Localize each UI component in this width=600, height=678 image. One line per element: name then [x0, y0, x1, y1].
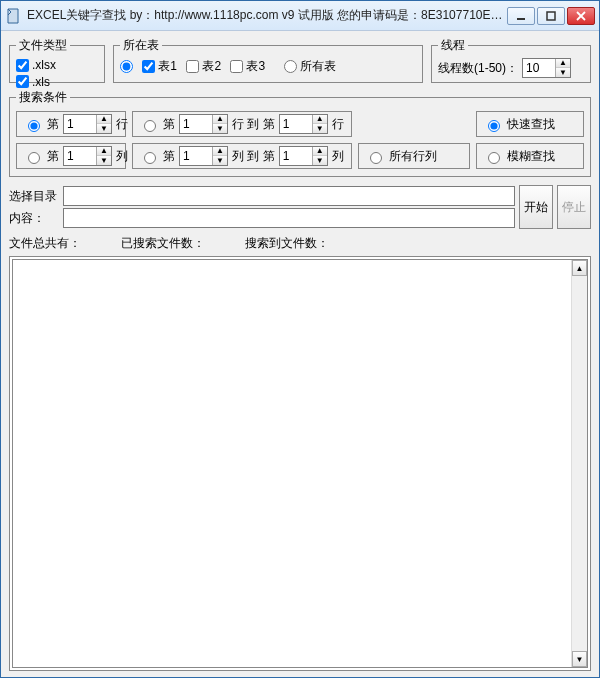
dir-input[interactable]: [63, 186, 515, 206]
client-area: 文件类型 .xlsx .xls 所在表 表1 表2 表3 所有表 线程 线程数(…: [1, 31, 599, 677]
table2-checkbox[interactable]: 表2: [186, 58, 221, 75]
window-title: EXCEL关键字查找 by：http://www.1118pc.com v9 试…: [27, 7, 507, 24]
table3-checkbox[interactable]: 表3: [230, 58, 265, 75]
scroll-down-button[interactable]: ▼: [572, 651, 587, 667]
xls-checkbox[interactable]: .xls: [16, 75, 50, 89]
row-range-radio[interactable]: [144, 120, 156, 132]
col-single-value[interactable]: [64, 147, 96, 165]
threads-down[interactable]: ▼: [556, 68, 570, 77]
col-range-to[interactable]: [280, 147, 312, 165]
stats-row: 文件总共有： 已搜索文件数： 搜索到文件数：: [9, 235, 591, 252]
xlsx-checkbox[interactable]: .xlsx: [16, 58, 56, 72]
select-dir-label: 选择目录: [9, 188, 63, 205]
tables-radio-all[interactable]: 所有表: [284, 58, 336, 75]
minimize-button[interactable]: [507, 7, 535, 25]
maximize-button[interactable]: [537, 7, 565, 25]
window-buttons: [507, 7, 595, 25]
threads-label: 线程数(1-50)：: [438, 60, 518, 77]
all-rows-cols-radio[interactable]: [370, 152, 382, 164]
searched-files-label: 已搜索文件数：: [121, 235, 205, 252]
fast-search-radio[interactable]: [488, 120, 500, 132]
found-files-label: 搜索到文件数：: [245, 235, 329, 252]
threads-legend: 线程: [438, 37, 468, 54]
threads-up[interactable]: ▲: [556, 59, 570, 68]
fast-search-cell[interactable]: 快速查找: [476, 111, 584, 137]
content-label: 内容：: [9, 210, 63, 227]
col-range-radio[interactable]: [144, 152, 156, 164]
titlebar: EXCEL关键字查找 by：http://www.1118pc.com v9 试…: [1, 1, 599, 31]
start-button[interactable]: 开始: [519, 185, 553, 229]
col-single-cell[interactable]: 第 ▲▼ 列: [16, 143, 126, 169]
content-input[interactable]: [63, 208, 515, 228]
col-range-from[interactable]: [180, 147, 212, 165]
row-range-to[interactable]: [280, 115, 312, 133]
filetype-legend: 文件类型: [16, 37, 70, 54]
stop-button[interactable]: 停止: [557, 185, 591, 229]
search-group: 搜索条件 第 ▲▼ 行 第 ▲▼ 行 到 第 ▲▼ 行: [9, 89, 591, 177]
scrollbar[interactable]: ▲ ▼: [571, 260, 587, 667]
scroll-up-button[interactable]: ▲: [572, 260, 587, 276]
row-single-value[interactable]: [64, 115, 96, 133]
row-range-from[interactable]: [180, 115, 212, 133]
total-files-label: 文件总共有：: [9, 235, 81, 252]
all-rows-cols-cell[interactable]: 所有行列: [358, 143, 470, 169]
row-range-cell[interactable]: 第 ▲▼ 行 到 第 ▲▼ 行: [132, 111, 352, 137]
table1-checkbox[interactable]: 表1: [142, 58, 177, 75]
threads-group: 线程 线程数(1-50)： ▲▼: [431, 37, 591, 83]
svg-rect-1: [547, 12, 555, 20]
fuzzy-search-radio[interactable]: [488, 152, 500, 164]
results-list[interactable]: [12, 259, 588, 668]
app-window: EXCEL关键字查找 by：http://www.1118pc.com v9 试…: [0, 0, 600, 678]
search-legend: 搜索条件: [16, 89, 70, 106]
close-button[interactable]: [567, 7, 595, 25]
row-single-radio[interactable]: [28, 120, 40, 132]
row-single-cell[interactable]: 第 ▲▼ 行: [16, 111, 126, 137]
threads-input[interactable]: [523, 59, 555, 77]
tables-group: 所在表 表1 表2 表3 所有表: [113, 37, 423, 83]
filetype-group: 文件类型 .xlsx .xls: [9, 37, 105, 83]
tables-radio-specific[interactable]: [120, 60, 133, 73]
col-range-cell[interactable]: 第 ▲▼ 列 到 第 ▲▼ 列: [132, 143, 352, 169]
results-panel: ▲ ▼: [9, 256, 591, 671]
threads-spinner[interactable]: ▲▼: [522, 58, 571, 78]
col-single-radio[interactable]: [28, 152, 40, 164]
fuzzy-search-cell[interactable]: 模糊查找: [476, 143, 584, 169]
app-icon: [5, 8, 21, 24]
tables-legend: 所在表: [120, 37, 162, 54]
